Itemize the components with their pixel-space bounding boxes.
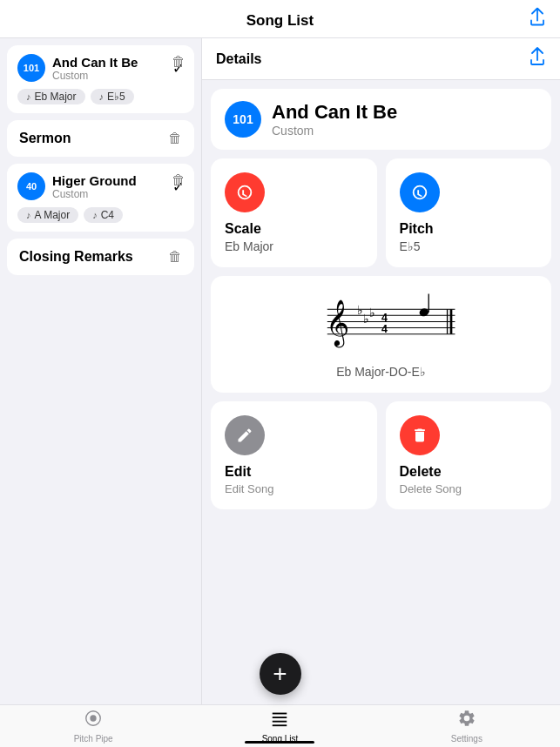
svg-text:♭: ♭ — [368, 306, 374, 320]
delete-icon — [400, 415, 440, 455]
scale-pitch-row: Scale Eb Major Pitch E♭5 — [211, 158, 551, 267]
tag: A Major — [17, 207, 78, 223]
song-tags: A Major C4 — [17, 207, 184, 223]
detail-song-badge: 101 — [225, 101, 261, 138]
delete-icon[interactable]: 🗑 — [172, 172, 186, 188]
tab-settings-label: Settings — [451, 734, 482, 744]
section-label: Closing Remarks — [19, 249, 133, 265]
scale-label: Scale — [225, 221, 363, 237]
tab-song-list[interactable]: Song List — [186, 709, 373, 744]
song-info: Higer Ground Custom — [52, 173, 165, 200]
tab-active-indicator — [245, 741, 314, 744]
header-title: Song List — [246, 12, 314, 30]
detail-song-title: And Can It Be — [272, 101, 397, 124]
song-subtitle: Custom — [52, 188, 165, 200]
detail-song-card: 101 And Can It Be Custom — [211, 89, 551, 150]
music-note-icon — [99, 91, 105, 102]
svg-text:♭: ♭ — [362, 312, 368, 326]
app-header: Song List — [0, 0, 560, 38]
tag: Eb Major — [17, 89, 85, 104]
sheet-music-svg: 𝄞 ♭ ♭ ♭ 4 4 — [294, 290, 469, 360]
svg-rect-19 — [273, 721, 287, 723]
tag: E♭5 — [91, 89, 134, 104]
pitch-card[interactable]: Pitch E♭5 — [386, 158, 552, 267]
sheet-label: Eb Major-DO-E♭ — [336, 365, 426, 379]
song-number-badge: 40 — [17, 172, 45, 200]
music-note-icon — [26, 91, 31, 102]
edit-card[interactable]: Edit Edit Song — [211, 401, 377, 509]
svg-text:♭: ♭ — [356, 303, 362, 317]
tab-bar: Pitch Pipe Song List Settings — [0, 704, 560, 747]
scale-card[interactable]: Scale Eb Major — [211, 158, 377, 267]
detail-song-info: And Can It Be Custom — [272, 101, 397, 138]
settings-icon — [457, 709, 476, 732]
pitch-label: Pitch — [400, 221, 538, 237]
delete-icon[interactable]: 🗑 — [168, 131, 182, 146]
edit-icon — [225, 415, 265, 455]
music-note-icon — [26, 210, 31, 220]
delete-sub: Delete Song — [400, 482, 538, 495]
delete-card[interactable]: Delete Delete Song — [386, 401, 552, 509]
song-title: And Can It Be — [52, 55, 165, 70]
svg-rect-17 — [273, 713, 287, 715]
song-title: Higer Ground — [52, 173, 165, 188]
song-number-badge: 101 — [17, 54, 45, 82]
scale-icon — [225, 172, 265, 212]
list-item[interactable]: 101 And Can It Be Custom ✓ 🗑 Eb Major E♭… — [7, 45, 194, 113]
detail-header: Details — [202, 38, 560, 80]
edit-label: Edit — [225, 464, 363, 480]
pitch-value: E♭5 — [400, 239, 538, 253]
song-list-icon — [270, 709, 289, 732]
detail-song-subtitle: Custom — [272, 124, 397, 138]
header-share-icon[interactable] — [529, 7, 546, 30]
pitch-pipe-icon — [84, 709, 103, 732]
tab-settings[interactable]: Settings — [374, 709, 560, 744]
sidebar: 101 And Can It Be Custom ✓ 🗑 Eb Major E♭… — [0, 38, 202, 704]
svg-text:4: 4 — [381, 323, 388, 335]
detail-share-icon[interactable] — [529, 47, 546, 71]
svg-rect-18 — [273, 717, 287, 718]
section-label: Sermon — [19, 131, 71, 146]
delete-icon[interactable]: 🗑 — [172, 54, 186, 70]
tab-pitch-pipe[interactable]: Pitch Pipe — [0, 709, 186, 744]
delete-icon[interactable]: 🗑 — [168, 249, 182, 265]
song-tags: Eb Major E♭5 — [17, 89, 184, 104]
list-item[interactable]: 40 Higer Ground Custom ✓ 🗑 A Major C4 — [7, 164, 194, 232]
pitch-icon — [400, 172, 440, 212]
delete-label: Delete — [400, 464, 538, 480]
plus-icon: + — [273, 660, 287, 688]
tag: C4 — [84, 207, 123, 223]
svg-point-16 — [90, 715, 96, 721]
list-item[interactable]: Closing Remarks 🗑 — [7, 239, 194, 275]
music-note-icon — [92, 210, 98, 220]
svg-text:4: 4 — [381, 312, 388, 324]
sheet-music-card: 𝄞 ♭ ♭ ♭ 4 4 Eb Major-DO-E♭ — [211, 276, 551, 393]
detail-header-title: Details — [216, 51, 261, 67]
edit-sub: Edit Song — [225, 482, 363, 495]
svg-text:𝄞: 𝄞 — [326, 299, 349, 348]
song-info: And Can It Be Custom — [52, 55, 165, 82]
scale-value: Eb Major — [225, 239, 363, 253]
detail-panel: Details 101 And Can It Be Custom — [202, 38, 560, 704]
list-item[interactable]: Sermon 🗑 — [7, 120, 194, 157]
svg-rect-20 — [273, 724, 287, 726]
tab-pitch-pipe-label: Pitch Pipe — [74, 734, 113, 744]
main-layout: 101 And Can It Be Custom ✓ 🗑 Eb Major E♭… — [0, 38, 560, 704]
song-subtitle: Custom — [52, 70, 165, 82]
action-cards-row: Edit Edit Song Delete Delete Song — [211, 401, 551, 509]
add-song-button[interactable]: + — [260, 653, 301, 695]
